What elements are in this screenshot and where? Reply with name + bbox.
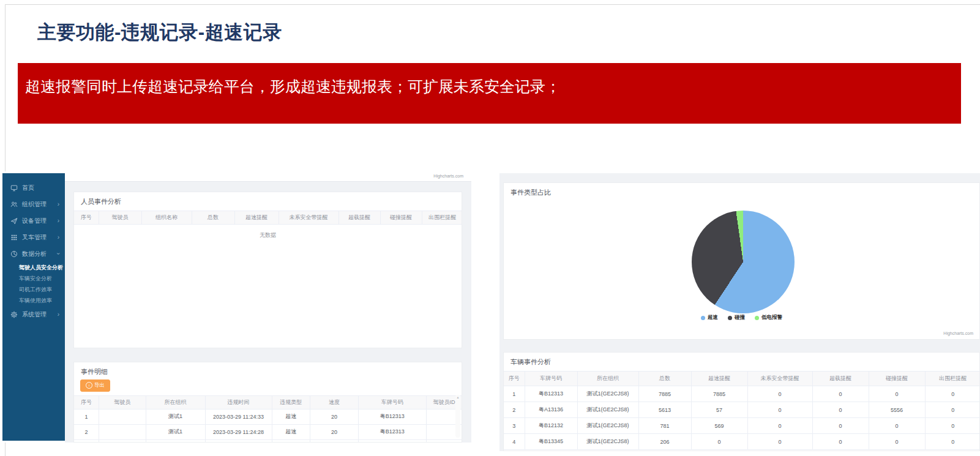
- column-header: 序号: [504, 372, 525, 386]
- sidebar-item-label: 首页: [22, 184, 34, 192]
- table-cell: 超速: [272, 424, 310, 439]
- sidebar-item-label: 组织管理: [22, 200, 47, 209]
- sidebar-subitem-车辆安全分析[interactable]: 车辆安全分析: [2, 273, 65, 284]
- table-cell: 0: [812, 434, 869, 450]
- chevron-right-icon: ›: [58, 234, 59, 241]
- table-cell: 3: [504, 418, 525, 434]
- pie-chart[interactable]: [692, 211, 795, 313]
- table-cell: 粤B12313: [358, 424, 426, 439]
- sidebar-subitem-驾驶人员安全分析[interactable]: 驾驶人员安全分析: [2, 262, 65, 273]
- sidebar-subitem-车辆使用效率[interactable]: 车辆使用效率: [2, 295, 65, 306]
- table-cell: 测试1(GE2CJS8): [577, 402, 638, 418]
- table-cell: 粤B13345: [525, 434, 577, 450]
- table-cell: 超速: [272, 409, 310, 424]
- column-header: 车牌号码: [525, 372, 577, 386]
- table-header-row: 序号车牌号码所在组织总数超速提醒未系安全带提醒超载提醒碰撞提醒出围栏提醒: [504, 372, 980, 386]
- table-header-row: 序号驾驶员组织名称总数超速提醒未系安全带提醒超载提醒碰撞提醒出围栏提醒: [74, 211, 462, 225]
- page-title: 主要功能-违规记录-超速记录: [37, 18, 282, 47]
- event-type-pie-card: 事件类型占比 超速碰撞低电报警 Highcharts.com: [503, 182, 980, 340]
- table-cell: 2023-03-29 11:24:23: [205, 439, 272, 443]
- column-header: 总数: [638, 372, 691, 386]
- column-header: 所在组织: [577, 372, 638, 386]
- highcharts-credit[interactable]: Highcharts.com: [433, 174, 463, 178]
- column-header: 出围栏提醒: [422, 211, 462, 225]
- legend-item-低电报警[interactable]: 低电报警: [755, 314, 782, 321]
- column-header: 超速提醒: [234, 211, 279, 225]
- table-cell: 2023-03-29 11:24:33: [205, 409, 272, 424]
- table-cell: 2023-03-29 11:24:28: [205, 424, 272, 439]
- vehicle-analysis-table: 序号车牌号码所在组织总数超速提醒未系安全带提醒超载提醒碰撞提醒出围栏提醒1粤B1…: [504, 371, 980, 450]
- sidebar-nav: 首页组织管理›设备管理›叉车管理›数据分析›驾驶人员安全分析车辆安全分析司机工作…: [2, 173, 65, 441]
- export-button[interactable]: ↓ 导出: [80, 379, 110, 392]
- column-header: 违规类型: [272, 395, 310, 409]
- table-row: 1粤B12313测试1(GE2CJS8)788578850000: [504, 386, 980, 402]
- column-header: 出围栏提醒: [925, 372, 980, 386]
- column-header: 驾驶员: [99, 395, 146, 409]
- table-cell: 0: [812, 402, 869, 418]
- table-cell: 粤B12313: [358, 409, 426, 424]
- column-header: 违规时间: [205, 395, 272, 409]
- table-row: 3测试12023-03-29 11:24:23超速20粤B12313: [74, 439, 462, 443]
- sidebar-item-设备管理[interactable]: 设备管理›: [2, 212, 65, 229]
- vehicle-analysis-card: 车辆事件分析 序号车牌号码所在组织总数超速提醒未系安全带提醒超载提醒碰撞提醒出围…: [503, 352, 980, 451]
- table-cell: 7885: [638, 386, 691, 402]
- table-header-row: 序号驾驶员所在组织违规时间违规类型速度车牌号码驾驶员ID: [74, 395, 462, 409]
- send-icon: [10, 217, 18, 225]
- sidebar-item-系统管理[interactable]: 系统管理›: [2, 306, 65, 323]
- table-cell: 0: [691, 434, 747, 450]
- table-row: 3粤B12132测试1(GE2CJS8)7815690000: [504, 418, 980, 434]
- sidebar-item-数据分析[interactable]: 数据分析›: [2, 245, 65, 262]
- legend-label: 超速: [708, 314, 718, 321]
- table-cell: [426, 439, 462, 443]
- chevron-right-icon: ›: [58, 217, 59, 224]
- table-cell: 20: [310, 409, 359, 424]
- scrollbar-up-arrow-icon[interactable]: ▲: [455, 395, 460, 400]
- table-cell: 0: [869, 434, 925, 450]
- people-icon: [10, 201, 18, 208]
- table-scrollbar[interactable]: ▲: [455, 395, 460, 438]
- sidebar-item-label: 设备管理: [22, 217, 47, 225]
- table-cell: 测试1(GE2CJS8): [577, 386, 638, 402]
- event-detail-table: 序号驾驶员所在组织违规时间违规类型速度车牌号码驾驶员ID1测试12023-03-…: [74, 395, 462, 443]
- column-header: 序号: [74, 211, 99, 225]
- chevron-down-icon: ›: [55, 253, 62, 255]
- sidebar-item-叉车管理[interactable]: 叉车管理›: [2, 229, 65, 245]
- table-cell: 57: [691, 402, 747, 418]
- grid-icon: [10, 234, 18, 241]
- column-header: 未系安全带提醒: [279, 211, 339, 225]
- left-content-area: Highcharts.com 人员事件分析 序号驾驶员组织名称总数超速提醒未系安…: [65, 171, 471, 443]
- export-button-label: 导出: [94, 382, 105, 389]
- empty-data-text: 无数据: [74, 225, 462, 239]
- sidebar-subitem-司机工作效率[interactable]: 司机工作效率: [2, 284, 65, 295]
- column-header: 序号: [74, 395, 99, 409]
- legend-item-超速[interactable]: 超速: [701, 314, 718, 321]
- table-cell: 粤B12132: [525, 418, 577, 434]
- column-header: 超载提醒: [812, 372, 869, 386]
- table-cell: 粤B12313: [358, 439, 426, 443]
- table-cell: [99, 424, 146, 439]
- table-cell: 20: [310, 439, 359, 443]
- column-header: 超载提醒: [339, 211, 380, 225]
- table-cell: 粤B12313: [525, 386, 577, 402]
- sidebar-item-label: 数据分析: [22, 250, 47, 258]
- legend-dot-icon: [755, 316, 759, 320]
- table-cell: 测试1: [146, 424, 205, 439]
- table-cell: 3: [74, 439, 99, 443]
- table-cell: 0: [812, 386, 869, 402]
- column-header: 组织名称: [141, 211, 192, 225]
- highcharts-credit[interactable]: Highcharts.com: [943, 331, 973, 335]
- banner-text: 超速报警同时上传超速记录给平台，形成超速违规报表；可扩展未系安全记录；: [25, 78, 561, 95]
- table-cell: 测试1(GE2CJS8): [577, 434, 638, 450]
- event-detail-title: 事件明细: [74, 362, 462, 378]
- table-cell: 20: [310, 424, 359, 439]
- pie-legend: 超速碰撞低电报警: [504, 314, 979, 321]
- sidebar-item-组织管理[interactable]: 组织管理›: [2, 196, 65, 212]
- legend-item-碰撞[interactable]: 碰撞: [728, 314, 745, 321]
- sidebar-item-首页[interactable]: 首页: [2, 179, 65, 196]
- table-cell: 测试1: [146, 439, 205, 443]
- event-detail-card: 事件明细 ↓ 导出 序号驾驶员所在组织违规时间违规类型速度车牌号码驾驶员ID1测…: [73, 362, 462, 443]
- table-cell: [99, 409, 146, 424]
- column-header: 速度: [310, 395, 359, 409]
- table-cell: 1: [504, 386, 525, 402]
- table-cell: 1: [74, 409, 99, 424]
